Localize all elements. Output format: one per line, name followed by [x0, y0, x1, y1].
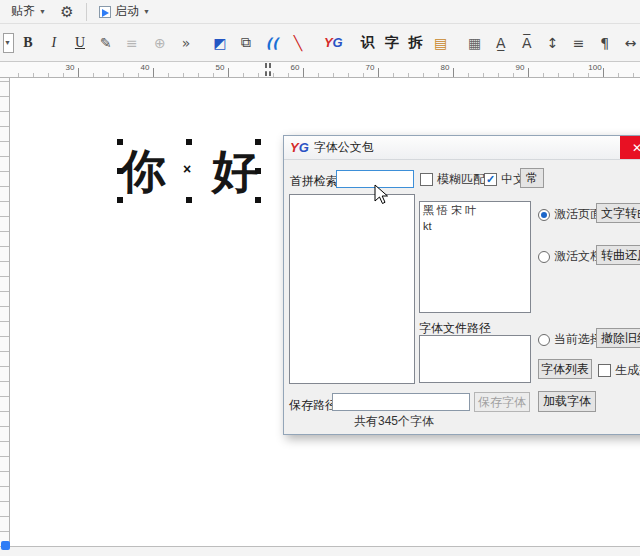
chevron-down-icon: ▼ [4, 39, 11, 46]
chevron-down-icon: ▼ [39, 8, 46, 15]
font-path-list[interactable] [419, 335, 531, 383]
chinese-checkbox[interactable]: ✓ 中文 [484, 171, 525, 188]
snap-label: 贴齐 [11, 3, 35, 20]
selection-handle[interactable] [186, 197, 192, 203]
line-spacing-icon[interactable]: ≡ [567, 31, 591, 55]
ruler-number: 100 [580, 63, 610, 72]
fuzzy-match-checkbox[interactable]: 模糊匹配 [420, 171, 485, 188]
yg-logo-y: Y [290, 140, 299, 155]
notebook-icon[interactable]: ▤ [429, 31, 453, 55]
ruler-number: 60 [280, 63, 310, 72]
chevron-down-icon: ▼ [143, 8, 150, 15]
selection-handle[interactable] [255, 168, 261, 174]
curve-restore-button[interactable]: 转曲还原 [596, 245, 640, 265]
overline-a-icon[interactable]: A̅ [515, 31, 539, 55]
font-list-button[interactable]: 字体列表 [538, 359, 592, 379]
yg-plugin-logo[interactable]: YG [320, 35, 347, 50]
toolbar-separator [86, 3, 87, 21]
parentheses-icon[interactable]: (( [260, 31, 284, 55]
yg-logo-y: Y [324, 35, 333, 50]
character-button[interactable]: 字 [381, 31, 403, 55]
selection-handle[interactable] [117, 139, 123, 145]
calligraphy-char: 好 [212, 148, 258, 194]
checkbox-icon [420, 173, 433, 186]
ruler-guide-marker [265, 63, 271, 76]
checkbox-icon [598, 364, 611, 377]
radio-icon [538, 251, 550, 263]
ruler-number: 70 [355, 63, 385, 72]
radio-icon [538, 334, 550, 346]
paragraph-icon[interactable]: ¶ [593, 31, 617, 55]
snap-dropdown[interactable]: 贴齐 ▼ [6, 1, 51, 22]
gear-icon: ⚙ [60, 3, 73, 21]
page-nav-icon[interactable] [1, 541, 10, 550]
font-list-item[interactable]: kt [420, 219, 530, 233]
search-result-list[interactable] [289, 194, 415, 384]
selection-handle[interactable] [255, 139, 261, 145]
node-add-icon: ⊕ [148, 31, 172, 55]
diagonal-line-icon[interactable]: ╲ [286, 31, 310, 55]
underline-button[interactable]: U [68, 31, 92, 55]
activate-doc-radio[interactable]: 激活文档 [538, 248, 602, 265]
align-shapes-icon[interactable]: ◩ [208, 31, 232, 55]
selection-handle[interactable] [255, 197, 261, 203]
ruler-number: 40 [130, 63, 160, 72]
activate-doc-label: 激活文档 [554, 248, 602, 265]
bottom-scrollbar-strip[interactable] [0, 546, 640, 556]
vruler[interactable] [0, 78, 10, 546]
remove-old-lines-button[interactable]: 撤除旧线 [596, 328, 640, 348]
dialog-title: 字体公文包 [314, 139, 374, 156]
grid-icon[interactable]: ▦ [463, 31, 487, 55]
common-fonts-button[interactable]: 常 [520, 168, 544, 188]
font-briefcase-dialog: YG 字体公文包 ✕ 首拼检索 模糊匹配 ✓ 中文 常 黑 悟 宋 叶kt 字体… [283, 135, 640, 435]
launch-icon [99, 6, 111, 18]
more-tools-icon[interactable]: » [174, 31, 198, 55]
checkbox-checked-icon: ✓ [484, 173, 497, 186]
selection-handle[interactable] [117, 168, 123, 174]
char-width-icon[interactable]: ↔ [619, 31, 640, 55]
pinyin-search-input[interactable] [336, 170, 414, 188]
duplicate-page-icon[interactable]: ⧉ [234, 31, 258, 55]
font-name-list[interactable]: 黑 悟 宋 叶kt [419, 201, 531, 313]
font-count-status: 共有345个字体 [284, 413, 504, 430]
ruler-number: 50 [205, 63, 235, 72]
current-selection-radio[interactable]: 当前选择 [538, 331, 602, 348]
selection-handle[interactable] [186, 139, 192, 145]
font-size-combo[interactable]: ▼ [3, 33, 14, 53]
selection-center-x-icon: × [183, 161, 191, 177]
yg-logo-g: G [299, 140, 309, 155]
dialog-close-button[interactable]: ✕ [620, 136, 640, 159]
activate-page-radio[interactable]: 激活页面 [538, 206, 602, 223]
ruler-number: 30 [55, 63, 85, 72]
activate-page-label: 激活页面 [554, 206, 602, 223]
recognize-button[interactable]: 识 [357, 31, 379, 55]
settings-gear-button[interactable]: ⚙ [55, 0, 79, 24]
underline-a-icon[interactable]: A̲ [489, 31, 513, 55]
hruler[interactable]: 30405060708090100 [0, 62, 640, 78]
split-button[interactable]: 拆 [405, 31, 427, 55]
italic-button[interactable]: I [42, 31, 66, 55]
selected-text-object[interactable]: 你 好 × [120, 142, 258, 200]
save-path-label: 保存路径 [289, 397, 337, 414]
radio-icon [538, 209, 550, 221]
save-path-input[interactable] [332, 393, 470, 411]
text-to-curve-button[interactable]: 文字转曲 [596, 203, 640, 223]
top-toolbar: 贴齐 ▼ ⚙ 启动 ▼ [0, 0, 640, 24]
launch-label: 启动 [115, 3, 139, 20]
calligraphy-char: 你 [120, 148, 166, 194]
font-list-item[interactable]: 黑 悟 宋 叶 [420, 202, 530, 219]
pinyin-search-label: 首拼检索 [290, 173, 338, 190]
vertical-text-icon[interactable]: ↕ [541, 31, 565, 55]
ruler-number: 90 [505, 63, 535, 72]
generate-list-label: 生成列 [615, 362, 640, 379]
dialog-titlebar[interactable]: YG 字体公文包 ✕ [284, 136, 640, 160]
ruler-number: 80 [430, 63, 460, 72]
text-edit-icon[interactable]: ✎ [94, 31, 118, 55]
generate-list-checkbox[interactable]: 生成列 [598, 362, 640, 379]
yg-dialog-logo-icon: YG [290, 140, 309, 155]
selection-handle[interactable] [117, 197, 123, 203]
dialog-body: 首拼检索 模糊匹配 ✓ 中文 常 黑 悟 宋 叶kt 字体文件路径 激活页面 文… [284, 160, 640, 434]
bold-button[interactable]: B [16, 31, 40, 55]
launch-dropdown[interactable]: 启动 ▼ [94, 1, 155, 22]
load-font-button[interactable]: 加载字体 [538, 391, 596, 412]
